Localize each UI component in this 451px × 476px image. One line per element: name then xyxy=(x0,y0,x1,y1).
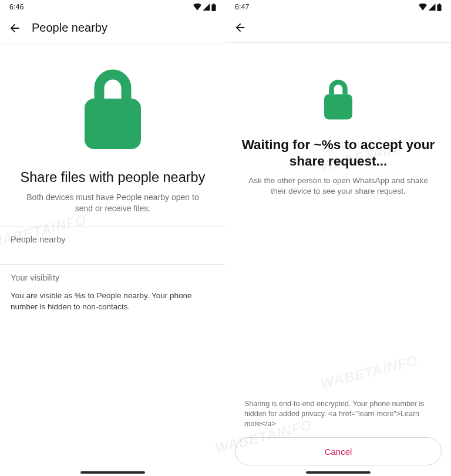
battery-icon xyxy=(437,4,442,11)
headline: Waiting for ~%s to accept your share req… xyxy=(234,137,443,170)
section-people-nearby[interactable]: People nearby xyxy=(0,227,226,252)
svg-rect-3 xyxy=(437,4,441,11)
svg-rect-2 xyxy=(85,99,141,149)
subtext: Ask the other person to open WhatsApp an… xyxy=(242,175,435,197)
lock-icon xyxy=(322,79,355,120)
status-icons xyxy=(419,4,442,11)
arrow-left-icon xyxy=(8,22,21,35)
page-title: People nearby xyxy=(32,21,107,35)
status-time: 6:47 xyxy=(235,3,249,11)
wifi-icon xyxy=(419,4,427,11)
header: People nearby xyxy=(0,14,226,43)
signal-icon xyxy=(203,4,210,11)
screen-right: 6:47 Waiting for ~%s to accept your shar… xyxy=(226,0,451,476)
lock-icon xyxy=(80,69,146,150)
nav-pill[interactable] xyxy=(306,471,371,474)
watermark: WABETAINFO xyxy=(319,352,419,392)
wifi-icon xyxy=(193,4,201,11)
encryption-note: Sharing is end-to-end encrypted. Your ph… xyxy=(233,399,444,437)
footer: Sharing is end-to-end encrypted. Your ph… xyxy=(226,399,451,465)
headline: Share files with people nearby xyxy=(14,169,211,186)
status-bar: 6:47 xyxy=(226,0,451,14)
header xyxy=(226,14,451,42)
cancel-label: Cancel xyxy=(325,447,352,457)
lock-illustration xyxy=(0,69,226,150)
header-divider xyxy=(0,43,226,43)
back-button[interactable] xyxy=(234,21,247,34)
nav-pill[interactable] xyxy=(80,471,145,474)
status-time: 6:46 xyxy=(9,3,23,11)
header-divider xyxy=(226,42,451,43)
screen-left: 6:46 People nearby Share files with peop… xyxy=(0,0,226,476)
svg-rect-4 xyxy=(439,4,440,5)
visibility-body: You are visible as %s to People nearby. … xyxy=(0,291,226,313)
lock-illustration xyxy=(226,79,451,120)
svg-rect-0 xyxy=(211,4,216,11)
status-icons xyxy=(193,4,216,11)
status-bar: 6:46 xyxy=(0,0,226,14)
arrow-left-icon xyxy=(234,21,247,34)
signal-icon xyxy=(428,4,436,11)
cancel-button[interactable]: Cancel xyxy=(235,437,442,465)
svg-rect-1 xyxy=(213,4,215,5)
back-button[interactable] xyxy=(8,22,21,35)
subtext: Both devices must have People nearby ope… xyxy=(20,192,206,214)
section-your-visibility: Your visibility xyxy=(0,265,226,291)
battery-icon xyxy=(211,4,216,11)
svg-rect-5 xyxy=(324,94,352,120)
